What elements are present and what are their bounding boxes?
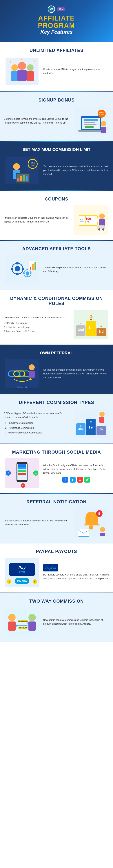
paypal-payouts-text: PayPal Do multiple payouts with just a s… (43, 564, 109, 581)
svg-text:COMMISSION: COMMISSION (18, 620, 28, 622)
svg-point-94 (100, 412, 105, 417)
svg-rect-82 (29, 371, 35, 378)
priority-item-3: 3rd and last Priority - All Products (4, 329, 70, 333)
svg-text:%: % (90, 420, 92, 423)
dynamic-commission-title: DYNAMIC & CONDITIONAL COMMISSION RULES (4, 296, 109, 306)
advanced-tools-section: ADVANCED AFFILIATE TOOLS These tools hel… (0, 241, 113, 290)
header-section: W Woo AFFILIATE PROGRAM Key Features (0, 0, 113, 42)
svg-rect-54 (11, 268, 13, 270)
svg-rect-102 (18, 470, 26, 472)
social-media-image: f f ✉ G (4, 458, 40, 488)
own-referral-row: Affiliate can generate commission by buy… (4, 359, 109, 389)
svg-text:%: % (87, 221, 89, 223)
facebook-icon: f (62, 477, 68, 483)
svg-text:★: ★ (9, 60, 12, 64)
svg-text:✉: ✉ (35, 472, 36, 474)
svg-rect-101 (18, 467, 26, 469)
commission-type-2: 2. Percentage Commission, (4, 426, 70, 431)
svg-point-48 (102, 228, 104, 230)
svg-point-1 (11, 64, 18, 71)
signup-bonus-section: SIGNUP BONUS Get more users to your site… (0, 92, 113, 141)
referral-notification-image: 5 (73, 508, 109, 537)
signup-bonus-row: Get more users to your site by providing… (4, 106, 109, 136)
svg-rect-30 (23, 175, 25, 181)
own-referral-section: OWN REFERRAL Affiliate can generate comm… (0, 345, 113, 394)
svg-point-3 (18, 62, 26, 70)
signup-bonus-title: SIGNUP BONUS (4, 97, 109, 103)
dynamic-commission-section: DYNAMIC & CONDITIONAL COMMISSION RULES C… (0, 290, 113, 345)
social-media-title: MARKETING THROUGH SOCIAL MEDIA (4, 450, 109, 455)
svg-text:MAX: MAX (31, 162, 35, 164)
svg-text:5: 5 (98, 512, 100, 516)
own-referral-title: OWN REFERRAL (4, 351, 109, 355)
svg-point-38 (95, 218, 99, 222)
svg-text:1st: 1st (89, 426, 93, 429)
unlimited-affiliates-title: UNLIMITED AFFILIATES (4, 48, 109, 53)
header-logos: W Woo (4, 5, 109, 13)
dynamic-commission-row: Commission on products can be set in 3 d… (4, 310, 109, 339)
svg-rect-4 (18, 70, 27, 81)
set-maximum-image: MAX LIMIT (4, 156, 40, 185)
svg-point-130 (8, 614, 16, 621)
commission-list: 1. Fixed Price Commission, 2. Percentage… (4, 421, 70, 435)
svg-text:$: $ (9, 581, 10, 583)
svg-rect-61 (30, 272, 31, 274)
two-way-commission-title: TWO WAY COMMISSION (4, 598, 109, 604)
header-title: AFFILIATE PROGRAM (4, 15, 109, 29)
twitter-icon: t (70, 477, 76, 483)
svg-text:G: G (22, 485, 24, 487)
own-referral-image: Referral Link (4, 359, 40, 389)
svg-point-5 (27, 64, 34, 71)
svg-rect-52 (16, 262, 19, 265)
svg-text:★: ★ (100, 324, 103, 328)
svg-rect-64 (32, 264, 34, 270)
svg-rect-6 (27, 71, 34, 82)
svg-text:Pay: Pay (18, 565, 26, 570)
svg-text:100: 100 (85, 217, 91, 221)
coupons-section: COUPONS Affiliates can generate Coupons … (0, 191, 113, 240)
priority-item-2: 2nd Priority - Per category, (4, 325, 70, 329)
svg-point-113 (89, 525, 93, 529)
svg-rect-28 (18, 178, 19, 181)
svg-point-134 (28, 614, 36, 621)
commission-types-text: 3 Different types of Commission can be s… (4, 411, 70, 435)
svg-rect-15 (84, 122, 95, 123)
svg-point-57 (26, 272, 29, 275)
social-media-row: With this functionality an Affiliate can… (4, 458, 109, 488)
referral-notification-title: REFERRAL NOTIFICATION (4, 499, 109, 504)
svg-text:%: % (100, 427, 102, 430)
social-media-section: MARKETING THROUGH SOCIAL MEDIA With this… (0, 444, 113, 493)
coupons-image: 100 % COU PON (73, 205, 109, 235)
svg-text:$: $ (80, 425, 82, 427)
svg-rect-63 (30, 267, 31, 270)
own-referral-text: Affiliate can generate commission by buy… (43, 368, 109, 379)
svg-rect-2 (11, 71, 18, 82)
commission-type-3: 3. Fixed + Percentage Commission. (4, 430, 70, 435)
priority-item-1: 1st Priority - Per product (4, 321, 70, 325)
commission-types-image: 1st 2nd 3rd % $ % (73, 409, 109, 438)
svg-point-21 (101, 121, 106, 126)
two-way-commission-text: Now admin can give commissions to users … (43, 618, 109, 626)
referral-notification-text: After a successful referral, an email wi… (4, 519, 70, 527)
set-maximum-text: You can set a maximum commission limit f… (43, 164, 109, 176)
coupons-title: COUPONS (4, 196, 109, 202)
svg-text:3rd: 3rd (98, 330, 104, 333)
svg-rect-135 (28, 621, 36, 631)
social-media-text: With this functionality an Affiliate can… (43, 464, 109, 483)
two-way-commission-section: TWO WAY COMMISSION COMMISSION (0, 593, 113, 642)
commission-type-1: 1. Fixed Price Commission, (4, 421, 70, 426)
svg-text:COU: COU (80, 218, 84, 220)
svg-rect-55 (22, 268, 24, 270)
commission-types-section: DIFFERENT COMMISSION TYPES 3 Different t… (0, 395, 113, 443)
svg-point-24 (13, 163, 20, 170)
signup-bonus-text: Get more users to your site by providing… (4, 117, 70, 125)
svg-rect-65 (34, 262, 36, 270)
svg-rect-22 (101, 127, 106, 133)
gmail-icon: G (77, 477, 83, 483)
svg-text:★: ★ (20, 58, 24, 61)
coupons-text: Affiliates can generate Coupons of their… (4, 216, 70, 224)
svg-text:Referral Link: Referral Link (17, 386, 28, 389)
svg-text:BONUS: BONUS (99, 114, 105, 115)
priority-list: 1st Priority - Per product 2nd Priority … (4, 321, 70, 333)
whatsapp-icon: W (84, 477, 90, 483)
